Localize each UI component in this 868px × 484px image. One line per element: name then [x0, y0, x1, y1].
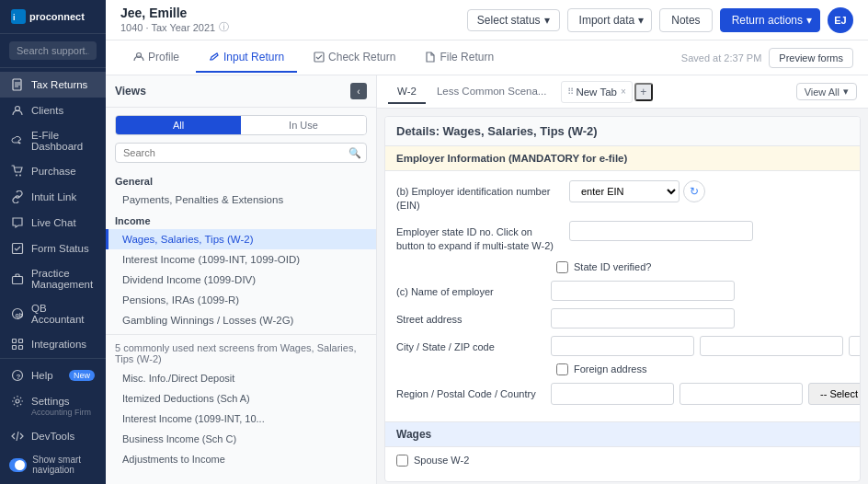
collapse-button[interactable]: ‹ [350, 83, 367, 99]
sidebar-item-form-status[interactable]: Form Status [0, 236, 106, 261]
sidebar-item-label: Purchase [31, 166, 76, 177]
sidebar-bottom: ? Help New Settings Accounting Firm DevT… [0, 358, 106, 484]
city-input[interactable] [551, 336, 694, 356]
income-section-label: Income [106, 210, 376, 229]
nav-payments-item[interactable]: Payments, Penalties & Extensions [106, 190, 376, 210]
return-actions-button[interactable]: Return actions ▾ [720, 8, 820, 32]
user-avatar[interactable]: EJ [828, 7, 853, 33]
smart-nav-toggle[interactable] [9, 458, 27, 472]
state-id-verified-label: State ID verified? [574, 261, 651, 272]
employer-name-row: (c) Name of employer [396, 281, 849, 301]
sidebar-item-label: Integrations [31, 339, 86, 350]
street-row: Street address [396, 308, 849, 328]
w2-tab-label: Less Common Scena... [437, 86, 547, 97]
country-select[interactable]: -- Select -- [808, 383, 861, 405]
tab-label: Check Return [328, 51, 395, 63]
suggested-misc-item[interactable]: Misc. Info./Direct Deposit [115, 368, 367, 388]
close-tab-icon[interactable]: × [621, 86, 626, 97]
search-input[interactable] [9, 41, 97, 60]
tab-file-return[interactable]: File Return [412, 43, 507, 73]
suggested-itemized-item[interactable]: Itemized Deductions (Sch A) [115, 388, 367, 409]
sidebar-item-integrations[interactable]: Integrations [0, 331, 106, 357]
preview-forms-button[interactable]: Preview forms [769, 48, 853, 68]
svg-text:i: i [13, 13, 16, 22]
nav-search-input[interactable] [115, 143, 367, 163]
tab-label: File Return [440, 51, 494, 63]
foreign-address-checkbox[interactable] [556, 363, 568, 375]
svg-rect-10 [13, 277, 23, 284]
search-icon: 🔍 [348, 147, 361, 159]
street-label: Street address [396, 308, 543, 327]
sidebar-item-qb-accountant[interactable]: qb QB Accountant [0, 296, 106, 331]
sidebar-item-label: Settings [31, 396, 70, 407]
suggested-interest-item[interactable]: Interest Income (1099-INT, 10... [115, 409, 367, 429]
tab-label: Profile [148, 51, 179, 63]
chevron-down-icon: ▾ [843, 86, 849, 98]
state-id-verified-checkbox[interactable] [556, 261, 568, 273]
ein-select[interactable]: enter EIN [569, 180, 680, 202]
sidebar-item-label: QB Accountant [31, 303, 95, 325]
nav-gambling-item[interactable]: Gambling Winnings / Losses (W-2G) [106, 310, 376, 330]
file-return-icon [425, 52, 436, 63]
view-all-button[interactable]: View All ▾ [796, 83, 857, 100]
sidebar-item-purchase[interactable]: Purchase [0, 158, 106, 184]
state-id-input[interactable] [569, 221, 753, 241]
w2-tabs: W-2 Less Common Scena... ⠿ New Tab × + V… [377, 75, 868, 109]
state-id-label: Employer state ID no. Click on button to… [396, 221, 562, 254]
spouse-w2-row: Spouse W-2 [396, 455, 849, 467]
foreign-address-row: Foreign address [396, 363, 849, 375]
toggle-in-use-button[interactable]: In Use [241, 116, 366, 134]
tax-year-info: 1040 · Tax Year 2021 [120, 22, 215, 33]
sidebar-item-efile[interactable]: E-File Dashboard [0, 123, 106, 158]
notes-button[interactable]: Notes [659, 8, 712, 32]
postal-input[interactable] [680, 383, 803, 405]
nav-search-box[interactable]: 🔍 [115, 143, 367, 163]
zip-input[interactable] [849, 336, 861, 356]
tab-input-return[interactable]: Input Return [196, 43, 297, 73]
sidebar-item-devtools[interactable]: DevTools [0, 423, 106, 449]
state-input[interactable] [700, 336, 843, 356]
nav-dividend-item[interactable]: Dividend Income (1099-DIV) [106, 270, 376, 290]
main-content: Jee, Emille 1040 · Tax Year 2021 ⓘ Selec… [106, 0, 868, 484]
street-input[interactable] [551, 308, 735, 328]
sidebar-item-live-chat[interactable]: Live Chat [0, 210, 106, 236]
views-title: Views [115, 85, 146, 98]
spouse-w2-checkbox[interactable] [396, 455, 408, 467]
suggested-business-item[interactable]: Business Income (Sch C) [115, 429, 367, 449]
sidebar-item-clients[interactable]: Clients [0, 98, 106, 123]
ein-refresh-button[interactable]: ↻ [683, 180, 705, 202]
w2-tab-less-common[interactable]: Less Common Scena... [428, 80, 556, 104]
add-tab-button[interactable]: + [634, 83, 653, 101]
suggested-section: 5 commonly used next screens from Wages,… [106, 334, 376, 473]
search-area[interactable] [0, 34, 106, 68]
chat-icon [11, 216, 24, 229]
tab-profile[interactable]: Profile [120, 43, 192, 73]
w2-tab-current[interactable]: W-2 [388, 80, 426, 104]
svg-rect-15 [13, 346, 17, 350]
sidebar-item-practice-mgmt[interactable]: Practice Management [0, 261, 106, 296]
new-tab[interactable]: ⠿ New Tab × [561, 81, 632, 103]
toggle-all-button[interactable]: All [116, 116, 241, 134]
tab-check-return[interactable]: Check Return [301, 43, 408, 73]
grid-icon [11, 338, 24, 351]
state-id-verified-row: State ID verified? [396, 261, 849, 273]
nav-interest-item[interactable]: Interest Income (1099-INT, 1099-OID) [106, 249, 376, 270]
select-status-dropdown[interactable]: Select status ▾ [467, 9, 560, 31]
suggested-adjustments-item[interactable]: Adjustments to Income [115, 449, 367, 469]
sidebar-item-tax-returns[interactable]: Tax Returns [0, 72, 106, 98]
sidebar-item-label: Practice Management [31, 268, 95, 290]
file-icon [11, 78, 24, 91]
import-data-button[interactable]: Import data ▾ [567, 8, 653, 32]
link-icon [11, 190, 24, 203]
wages-section: Wages Spouse W-2 [385, 422, 860, 481]
nav-wages-item[interactable]: Wages, Salaries, Tips (W-2) [106, 229, 376, 249]
sidebar-item-help[interactable]: ? Help New [0, 363, 106, 388]
briefcase-icon [11, 272, 24, 285]
sidebar-item-intuit-link[interactable]: Intuit Link [0, 184, 106, 210]
qb-icon: qb [11, 307, 24, 320]
toggle-label: Show smart navigation [32, 455, 97, 475]
sidebar-item-settings[interactable]: Settings Accounting Firm [0, 388, 106, 423]
nav-pensions-item[interactable]: Pensions, IRAs (1099-R) [106, 290, 376, 310]
region-input[interactable] [551, 383, 674, 405]
employer-name-input[interactable] [551, 281, 735, 301]
